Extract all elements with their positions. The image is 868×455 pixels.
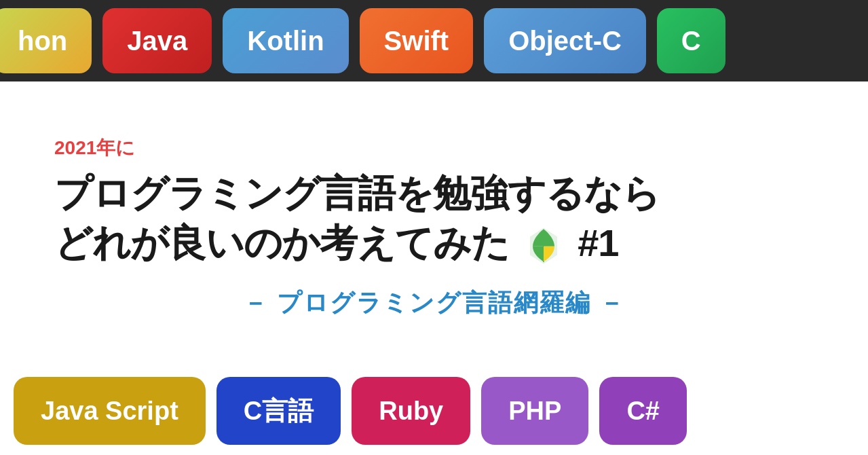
tag-java[interactable]: Java	[102, 8, 212, 73]
tag-cpp[interactable]: C	[657, 8, 725, 73]
tag-clang[interactable]: C言語	[216, 377, 341, 445]
tag-csharp[interactable]: C#	[599, 377, 687, 445]
tag-php[interactable]: PHP	[481, 377, 588, 445]
subtitle: － プログラミング言語網羅編 －	[54, 287, 814, 320]
tag-javascript[interactable]: Java Script	[14, 377, 206, 445]
bottom-nav-bar: Java Script C言語 Ruby PHP C#	[0, 367, 868, 455]
title-line-1: プログラミング言語を勉強するなら	[54, 169, 814, 219]
tag-python[interactable]: hon	[0, 8, 92, 73]
tag-swift[interactable]: Swift	[360, 8, 474, 73]
tag-objectc[interactable]: Object-C	[484, 8, 646, 73]
main-content-area: 2021年に プログラミング言語を勉強するなら どれが良いのか考えてみた	[0, 81, 868, 367]
year-label: 2021年に	[54, 135, 814, 161]
tag-ruby[interactable]: Ruby	[352, 377, 470, 445]
top-nav-bar: hon Java Kotlin Swift Object-C C	[0, 0, 868, 81]
qiita-leaf-icon	[525, 227, 563, 265]
main-title: プログラミング言語を勉強するなら どれが良いのか考えてみた	[54, 169, 814, 268]
tag-kotlin[interactable]: Kotlin	[223, 8, 348, 73]
title-line-2: どれが良いのか考えてみた #1	[54, 219, 814, 268]
